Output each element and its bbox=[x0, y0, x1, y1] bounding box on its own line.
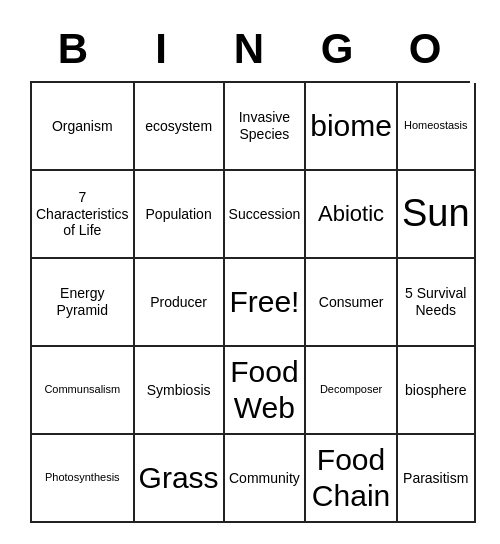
cell-text: Producer bbox=[150, 294, 207, 311]
bingo-cell: Food Chain bbox=[306, 435, 398, 523]
bingo-cell: Invasive Species bbox=[225, 83, 307, 171]
bingo-cell: Abiotic bbox=[306, 171, 398, 259]
cell-text: Energy Pyramid bbox=[36, 285, 129, 319]
cell-text: 7 Characteristics of Life bbox=[36, 189, 129, 239]
bingo-cell: Succession bbox=[225, 171, 307, 259]
bingo-cell: Photosynthesis bbox=[32, 435, 135, 523]
cell-text: Organism bbox=[52, 118, 113, 135]
bingo-cell: Sun bbox=[398, 171, 476, 259]
header-letter: B bbox=[30, 21, 118, 81]
bingo-cell: Consumer bbox=[306, 259, 398, 347]
cell-text: Communsalism bbox=[44, 383, 120, 396]
bingo-cell: 5 Survival Needs bbox=[398, 259, 476, 347]
cell-text: Food Chain bbox=[310, 442, 392, 514]
bingo-cell: Organism bbox=[32, 83, 135, 171]
header-letter: I bbox=[118, 21, 206, 81]
header-letter: G bbox=[294, 21, 382, 81]
bingo-cell: Producer bbox=[135, 259, 225, 347]
bingo-cell: biosphere bbox=[398, 347, 476, 435]
cell-text: Food Web bbox=[229, 354, 301, 426]
bingo-cell: Homeostasis bbox=[398, 83, 476, 171]
cell-text: Free! bbox=[229, 284, 299, 320]
bingo-grid: OrganismecosystemInvasive SpeciesbiomeHo… bbox=[30, 81, 470, 523]
cell-text: Population bbox=[146, 206, 212, 223]
bingo-cell: Communsalism bbox=[32, 347, 135, 435]
bingo-cell: Symbiosis bbox=[135, 347, 225, 435]
cell-text: ecosystem bbox=[145, 118, 212, 135]
bingo-cell: Grass bbox=[135, 435, 225, 523]
header-letter: O bbox=[382, 21, 470, 81]
header-letter: N bbox=[206, 21, 294, 81]
bingo-header: BINGO bbox=[30, 21, 470, 81]
bingo-cell: Decomposer bbox=[306, 347, 398, 435]
cell-text: biome bbox=[310, 108, 392, 144]
bingo-cell: Free! bbox=[225, 259, 307, 347]
bingo-cell: Community bbox=[225, 435, 307, 523]
cell-text: Decomposer bbox=[320, 383, 382, 396]
cell-text: Consumer bbox=[319, 294, 384, 311]
cell-text: Photosynthesis bbox=[45, 471, 120, 484]
bingo-cell: 7 Characteristics of Life bbox=[32, 171, 135, 259]
cell-text: Succession bbox=[229, 206, 301, 223]
cell-text: Parasitism bbox=[403, 470, 468, 487]
bingo-cell: Parasitism bbox=[398, 435, 476, 523]
bingo-card: BINGO OrganismecosystemInvasive Speciesb… bbox=[20, 11, 480, 533]
cell-text: Symbiosis bbox=[147, 382, 211, 399]
cell-text: Homeostasis bbox=[404, 119, 468, 132]
cell-text: Sun bbox=[402, 191, 470, 237]
cell-text: Invasive Species bbox=[229, 109, 301, 143]
bingo-cell: Population bbox=[135, 171, 225, 259]
bingo-cell: Energy Pyramid bbox=[32, 259, 135, 347]
cell-text: Grass bbox=[139, 460, 219, 496]
cell-text: 5 Survival Needs bbox=[402, 285, 470, 319]
cell-text: Abiotic bbox=[318, 201, 384, 227]
bingo-cell: biome bbox=[306, 83, 398, 171]
cell-text: Community bbox=[229, 470, 300, 487]
cell-text: biosphere bbox=[405, 382, 467, 399]
bingo-cell: ecosystem bbox=[135, 83, 225, 171]
bingo-cell: Food Web bbox=[225, 347, 307, 435]
